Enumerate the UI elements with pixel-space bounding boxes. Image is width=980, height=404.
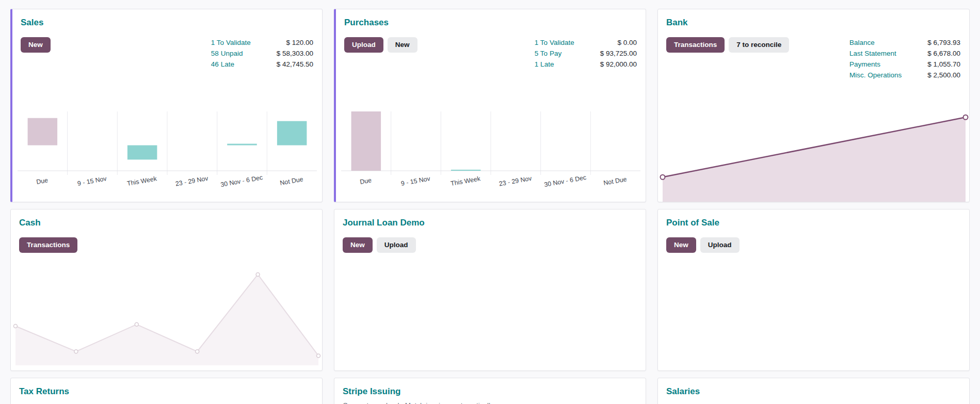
stat-row: 5 To Pay$ 93,725.00 (535, 48, 637, 59)
stat-row: Balance$ 6,793.93 (849, 37, 960, 48)
card-purchases: Purchases Upload New 1 To Validate$ 0.00… (334, 9, 646, 202)
stat-label-link[interactable]: 58 Unpaid (211, 48, 277, 59)
stat-label-link[interactable]: 1 Late (535, 59, 600, 70)
card-bank: Bank Transactions 7 to reconcile Balance… (657, 9, 970, 202)
cash-chart-svg (11, 265, 322, 365)
svg-text:23 - 29 Nov: 23 - 29 Nov (175, 174, 209, 187)
purchases-due-bar-chart: Due9 - 15 NovThis Week23 - 29 Nov30 Nov … (341, 111, 640, 189)
sales-new-button[interactable]: New (21, 37, 51, 53)
card-sales: Sales New 1 To Validate$ 120.0058 Unpaid… (10, 9, 323, 202)
tax-returns-title-link[interactable]: Tax Returns (11, 378, 77, 397)
card-stripe-issuing: Stripe Issuing Connect your bank. Match … (334, 378, 646, 404)
svg-text:Due: Due (36, 176, 49, 186)
sales-due-bar-chart: Due9 - 15 NovThis Week23 - 29 Nov30 Nov … (18, 111, 317, 189)
bank-stats: Balance$ 6,793.93Last Statement$ 6,678.0… (849, 37, 960, 80)
card-journal-loan-demo: Journal Loan Demo New Upload (334, 209, 646, 371)
purchases-stats: 1 To Validate$ 0.005 To Pay$ 93,725.001 … (535, 37, 637, 70)
cash-transactions-button[interactable]: Transactions (19, 237, 77, 253)
stat-label-link[interactable]: 5 To Pay (535, 48, 600, 59)
pos-button-row: New Upload (666, 237, 961, 253)
bank-title-link[interactable]: Bank (658, 9, 696, 28)
stat-row: 1 To Validate$ 0.00 (535, 37, 637, 48)
sales-stats: 1 To Validate$ 120.0058 Unpaid$ 58,303.0… (211, 37, 313, 70)
cash-title-link[interactable]: Cash (11, 209, 49, 228)
salaries-title-link[interactable]: Salaries (658, 378, 708, 397)
card-salaries: Salaries (657, 378, 970, 404)
stat-value: $ 2,500.00 (927, 70, 960, 80)
stat-value: $ 58,303.00 (277, 48, 313, 59)
stat-row: 46 Late$ 42,745.50 (211, 59, 313, 70)
pos-title-link[interactable]: Point of Sale (658, 209, 728, 228)
stat-value: $ 1,055.70 (927, 59, 960, 70)
bank-reconcile-button[interactable]: 7 to reconcile (729, 37, 789, 53)
stat-row: 58 Unpaid$ 58,303.00 (211, 48, 313, 59)
stat-value: $ 6,678.00 (927, 48, 960, 59)
svg-text:Not Due: Not Due (603, 175, 627, 187)
stat-row: Misc. Operations$ 2,500.00 (849, 70, 960, 80)
purchases-title-link[interactable]: Purchases (336, 9, 397, 28)
stat-row: 1 To Validate$ 120.00 (211, 37, 313, 48)
svg-text:Not Due: Not Due (279, 175, 303, 187)
card-cash: Cash Transactions (10, 209, 323, 371)
journal-loan-upload-button[interactable]: Upload (377, 237, 416, 253)
sales-chart-svg: Due9 - 15 NovThis Week23 - 29 Nov30 Nov … (18, 111, 317, 189)
stat-value: $ 93,725.00 (600, 48, 637, 59)
svg-text:30 Nov - 6 Dec: 30 Nov - 6 Dec (543, 174, 587, 188)
stat-label-link[interactable]: 1 To Validate (535, 37, 600, 48)
sales-title-link[interactable]: Sales (12, 9, 52, 28)
svg-text:Due: Due (359, 176, 372, 186)
svg-text:This Week: This Week (450, 175, 481, 187)
cash-balance-line-chart (11, 265, 322, 365)
card-tax-returns: Tax Returns (10, 378, 323, 404)
stripe-issuing-description: Connect your bank. Match invoices automa… (343, 401, 637, 404)
stat-label-link[interactable]: Payments (849, 59, 927, 70)
stat-label-link[interactable]: Balance (849, 37, 927, 48)
bank-chart-svg (658, 111, 969, 202)
cash-button-row: Transactions (19, 237, 314, 253)
svg-text:30 Nov - 6 Dec: 30 Nov - 6 Dec (220, 174, 263, 188)
purchases-new-button[interactable]: New (388, 37, 417, 53)
stat-value: $ 92,000.00 (600, 59, 637, 70)
stat-label-link[interactable]: Last Statement (849, 48, 927, 59)
bank-balance-area-chart (658, 111, 969, 202)
svg-text:9 - 15 Nov: 9 - 15 Nov (400, 175, 431, 187)
stat-value: $ 120.00 (277, 37, 313, 48)
journal-loan-title-link[interactable]: Journal Loan Demo (334, 209, 433, 228)
pos-new-button[interactable]: New (666, 237, 696, 253)
pos-upload-button[interactable]: Upload (700, 237, 740, 253)
journal-loan-new-button[interactable]: New (343, 237, 373, 253)
purchases-chart-svg: Due9 - 15 NovThis Week23 - 29 Nov30 Nov … (341, 111, 640, 189)
card-point-of-sale: Point of Sale New Upload (657, 209, 970, 371)
stat-label-link[interactable]: 46 Late (211, 59, 277, 70)
svg-text:This Week: This Week (126, 175, 158, 187)
stripe-issuing-title-link[interactable]: Stripe Issuing (334, 378, 409, 397)
stat-value: $ 42,745.50 (277, 59, 313, 70)
svg-text:9 - 15 Nov: 9 - 15 Nov (77, 175, 107, 187)
bank-transactions-button[interactable]: Transactions (666, 37, 725, 53)
stat-row: 1 Late$ 92,000.00 (535, 59, 637, 70)
purchases-upload-button[interactable]: Upload (344, 37, 383, 53)
stat-row: Payments$ 1,055.70 (849, 59, 960, 70)
accounting-dashboard: Sales New 1 To Validate$ 120.0058 Unpaid… (0, 0, 980, 404)
stat-row: Last Statement$ 6,678.00 (849, 48, 960, 59)
stat-value: $ 6,793.93 (927, 37, 960, 48)
journal-loan-button-row: New Upload (343, 237, 637, 253)
stat-label-link[interactable]: Misc. Operations (849, 70, 927, 80)
stat-label-link[interactable]: 1 To Validate (211, 37, 277, 48)
stat-value: $ 0.00 (600, 37, 637, 48)
svg-text:23 - 29 Nov: 23 - 29 Nov (499, 174, 533, 187)
